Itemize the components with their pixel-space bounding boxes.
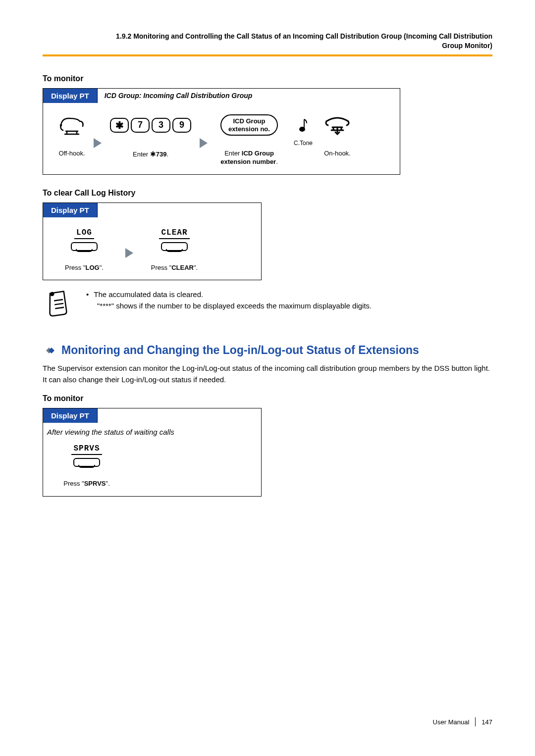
- step-onhook: On-hook.: [322, 113, 352, 158]
- proc1-tab: Display PT: [43, 88, 98, 103]
- proc3-after-text: After viewing the status of waiting call…: [43, 423, 261, 443]
- caption-log: Press "LOG".: [65, 264, 104, 272]
- ctone-label: C.Tone: [294, 140, 313, 147]
- key-7: 7: [131, 118, 150, 133]
- running-header: 1.9.2 Monitoring and Controlling the Cal…: [43, 32, 492, 50]
- proc2-heading: To clear Call Log History: [43, 189, 492, 198]
- svg-point-2: [51, 293, 54, 296]
- arrow-icon: [94, 138, 102, 148]
- step-ext-no: ICD Groupextension no. Enter ICD Groupex…: [214, 113, 284, 166]
- note-block: •The accumulated data is cleared. "****"…: [43, 289, 492, 318]
- proc3-tab: Display PT: [43, 408, 98, 423]
- step-log: LOG Press "LOG".: [57, 227, 111, 272]
- caption-sprvs: Press "SPRVS".: [63, 480, 110, 488]
- svg-point-1: [300, 127, 305, 131]
- note-icon: [297, 117, 309, 133]
- bullet-icon: •: [86, 290, 89, 299]
- onhook-icon: [323, 115, 351, 135]
- ext-slot: ICD Groupextension no.: [220, 114, 278, 136]
- step-sprvs: SPRVS Press "SPRVS".: [57, 443, 116, 488]
- caption-offhook: Off-hook.: [58, 150, 85, 158]
- key-star: ✱: [110, 118, 129, 133]
- proc3-box: Display PT After viewing the status of w…: [43, 408, 262, 497]
- footer-page-number: 147: [482, 718, 492, 726]
- page-footer: User Manual 147: [433, 717, 492, 726]
- key-9: 9: [172, 118, 191, 133]
- proc2-tab: Display PT: [43, 202, 98, 217]
- header-rule: [43, 54, 492, 56]
- caption-clear: Press "CLEAR".: [151, 264, 198, 272]
- section-heading: Monitoring and Changing the Log-in/Log-o…: [61, 344, 419, 357]
- softbtn-clear-label: CLEAR: [159, 228, 189, 239]
- step-dial: ✱ 7 3 9 Enter ✱739.: [108, 113, 193, 159]
- note-line2: "****" shows if the number to be display…: [97, 301, 372, 312]
- note-line1: The accumulated data is cleared.: [94, 290, 203, 299]
- section-heading-row: Monitoring and Changing the Log-in/Log-o…: [43, 344, 492, 357]
- proc1-heading: To monitor: [43, 74, 492, 83]
- softkey-icon: [71, 242, 98, 251]
- softbtn-log-label: LOG: [74, 228, 94, 239]
- footer-label: User Manual: [433, 718, 470, 726]
- proc2-box: Display PT LOG Press "LOG".: [43, 202, 262, 281]
- proc1-banner: ICD Group: Incoming Call Distribution Gr…: [98, 88, 400, 103]
- note-page-icon: [47, 289, 72, 318]
- svg-point-0: [60, 125, 61, 126]
- caption-onhook: On-hook.: [324, 150, 350, 158]
- step-clear: CLEAR Press "CLEAR".: [147, 227, 202, 272]
- diamond-bullet-icon: [43, 346, 56, 355]
- arrow-icon: [125, 248, 133, 258]
- arrow-icon: [200, 138, 208, 148]
- caption-ext: Enter ICD Groupextension number.: [220, 150, 278, 166]
- section-paragraph: The Supervisor extension can monitor the…: [43, 363, 492, 385]
- softkey-icon: [161, 242, 188, 251]
- key-3: 3: [152, 118, 170, 133]
- softkey-icon: [73, 458, 100, 467]
- proc3-heading: To monitor: [43, 394, 492, 403]
- step-offhook: Off-hook.: [57, 113, 87, 158]
- header-line1: 1.9.2 Monitoring and Controlling the Cal…: [116, 32, 492, 40]
- header-line2: Group Monitor): [442, 42, 492, 50]
- caption-dial: Enter ✱739.: [133, 150, 168, 159]
- step-ctone: C.Tone: [291, 113, 316, 147]
- offhook-icon: [58, 114, 86, 136]
- proc1-box: Display PT ICD Group: Incoming Call Dist…: [43, 88, 400, 175]
- softbtn-sprvs-label: SPRVS: [71, 444, 102, 455]
